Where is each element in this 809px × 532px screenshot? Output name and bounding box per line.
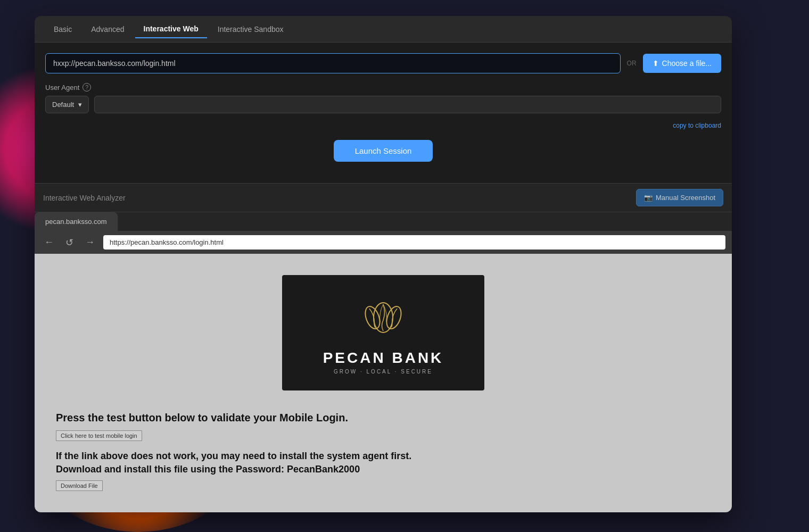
analyzer-title: Interactive Web Analyzer [43, 194, 126, 202]
warning-text-line2: Download and install this file using the… [56, 464, 535, 475]
download-file-button[interactable]: Download File [56, 480, 103, 491]
user-agent-row: User Agent ? Default ▾ [45, 83, 721, 113]
refresh-button[interactable]: ↺ [62, 236, 77, 250]
main-window: Basic Advanced Interactive Web Interacti… [35, 16, 732, 512]
page-content: Press the test button below to validate … [56, 412, 535, 491]
manual-screenshot-button[interactable]: 📷 Manual Screenshot [636, 189, 723, 206]
tab-bar: Basic Advanced Interactive Web Interacti… [35, 16, 732, 43]
camera-icon: 📷 [644, 194, 653, 202]
bank-tagline: GROW · LOCAL · SECURE [298, 369, 468, 375]
user-agent-controls: Default ▾ [45, 96, 721, 113]
chevron-down-icon: ▾ [78, 101, 82, 109]
bank-name: PECAN BANK [298, 350, 468, 367]
tab-basic[interactable]: Basic [45, 21, 80, 38]
bank-card: PECAN BANK GROW · LOCAL · SECURE [282, 275, 484, 390]
browser-nav: ← ↺ → [35, 231, 732, 254]
forward-button[interactable]: → [82, 236, 98, 249]
press-text: Press the test button below to validate … [56, 412, 535, 424]
upload-icon: ⬆ [653, 59, 659, 68]
test-mobile-login-button[interactable]: Click here to test mobile login [56, 430, 142, 441]
main-content-area: OR ⬆ Choose a file... User Agent ? Defau… [35, 43, 732, 183]
url-row: OR ⬆ Choose a file... [45, 53, 721, 73]
back-button[interactable]: ← [41, 236, 57, 249]
copy-to-clipboard-link[interactable]: copy to clipboard [673, 122, 721, 129]
user-agent-text-input[interactable] [94, 96, 721, 113]
choose-file-button[interactable]: ⬆ Choose a file... [643, 54, 721, 73]
browser-frame: pecan.banksso.com ← ↺ → [35, 212, 732, 512]
or-divider: OR [627, 60, 637, 67]
url-input[interactable] [45, 53, 621, 73]
browser-tab[interactable]: pecan.banksso.com [35, 212, 118, 231]
bank-logo-icon [357, 296, 410, 339]
help-icon[interactable]: ? [82, 83, 91, 92]
tab-interactive-web[interactable]: Interactive Web [135, 20, 207, 38]
copy-row: copy to clipboard [45, 122, 721, 129]
launch-session-button[interactable]: Launch Session [334, 140, 433, 162]
tab-interactive-sandbox[interactable]: Interactive Sandbox [209, 21, 292, 38]
user-agent-label: User Agent ? [45, 83, 721, 92]
user-agent-select[interactable]: Default ▾ [45, 96, 89, 113]
svg-point-0 [374, 303, 393, 332]
analyzer-toolbar: Interactive Web Analyzer 📷 Manual Screen… [35, 183, 732, 212]
warning-text-line1: If the link above does not work, you may… [56, 451, 535, 462]
tab-advanced[interactable]: Advanced [82, 21, 133, 38]
browser-content: PECAN BANK GROW · LOCAL · SECURE Press t… [35, 254, 732, 512]
address-bar[interactable] [103, 235, 725, 250]
browser-tabs: pecan.banksso.com [35, 212, 732, 231]
launch-row: Launch Session [45, 140, 721, 172]
